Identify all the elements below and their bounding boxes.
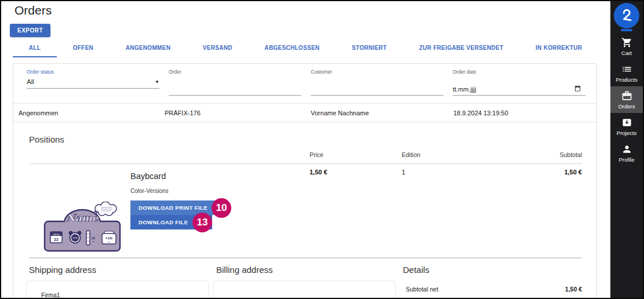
sidebar-item-cart[interactable]: Cart <box>610 33 643 60</box>
customer-filter: Customer <box>311 69 443 96</box>
annotation-badge-13: 13 <box>192 213 212 232</box>
divider <box>30 163 582 164</box>
artwork-length-unit: cm <box>92 240 95 243</box>
app-logo[interactable] <box>610 1 643 33</box>
orders-panel: Order status All ▼ Order Customer O <box>13 63 597 299</box>
subtotal-net-value: 1,50 € <box>565 286 582 293</box>
list-icon <box>621 64 632 75</box>
order-date-filter: Order date tt.mm.jjjj <box>453 69 585 96</box>
order-label: Order <box>169 69 301 75</box>
order-status-tabs: ALL OFFEN ANGENOMMEN VERSAND ABGESCHLOSS… <box>13 38 598 57</box>
chevron-down-icon: ▼ <box>155 79 159 85</box>
export-button[interactable]: EXPORT <box>10 24 50 37</box>
sidebar-item-label: Projects <box>617 130 636 136</box>
artwork-length: 52 <box>92 236 95 240</box>
order-row[interactable]: Angenommen PRÄFIX-176 Vorname Nachname 1… <box>13 104 596 122</box>
subtotal-net-label: Subtotal net <box>406 286 438 293</box>
artwork-name-text: Name <box>66 212 99 224</box>
artwork-day: 22 <box>54 238 59 242</box>
section-divider <box>30 257 582 258</box>
calendar-icon[interactable] <box>574 85 581 92</box>
nav-sidebar: Cart Products Orders Projects <box>610 1 643 298</box>
sidebar-item-label: Profile <box>619 156 635 163</box>
tab-zur-freigabe-versendet[interactable]: ZUR FREIGABE VERSENDET <box>403 38 519 57</box>
order-status-select[interactable]: All ▼ <box>27 78 159 89</box>
order-row-date: 18.9.2024 13:19:50 <box>453 110 508 116</box>
sidebar-item-products[interactable]: Products <box>610 60 643 86</box>
order-status-label: Order status <box>27 69 159 75</box>
person-icon <box>621 144 632 155</box>
logo-icon <box>614 3 639 28</box>
subtotal-net-row: Subtotal net 1,50 € <box>406 286 582 293</box>
position-price: 1,50 € <box>310 169 328 176</box>
tab-offen[interactable]: OFFEN <box>57 38 110 57</box>
sidebar-item-orders[interactable]: Orders <box>610 86 643 113</box>
cart-icon <box>621 37 632 48</box>
order-row-number: PRÄFIX-176 <box>165 110 201 116</box>
shipping-address-heading: Shipping address <box>29 265 96 275</box>
shipping-address-card: Firma1 <box>26 280 209 299</box>
order-input[interactable] <box>169 87 301 94</box>
archive-icon <box>621 117 632 128</box>
order-row-status: Angenommen <box>19 110 59 116</box>
customer-label: Customer <box>311 69 443 75</box>
annotation-badge-10: 10 <box>212 198 231 218</box>
sidebar-item-label: Products <box>616 76 638 83</box>
order-date-placeholder: tt.mm.jjjj <box>453 86 476 93</box>
main-content: Orders EXPORT ALL OFFEN ANGENOMMEN VERSA… <box>1 1 610 298</box>
billing-address-heading: Billing address <box>216 265 273 275</box>
product-name: Baybcard <box>130 172 166 181</box>
tab-storniert[interactable]: STORNIERT <box>336 38 403 57</box>
sidebar-item-projects[interactable]: Projects <box>610 113 643 140</box>
orders-page: Orders EXPORT ALL OFFEN ANGENOMMEN VERSA… <box>0 0 644 299</box>
logo-accent-bar <box>621 29 632 31</box>
artwork-weight-unit: g <box>108 240 110 243</box>
sidebar-item-profile[interactable]: Profile <box>610 140 643 166</box>
column-edition: Edition <box>402 151 420 158</box>
customer-input[interactable] <box>311 87 443 94</box>
order-status-value: All <box>27 78 34 85</box>
artwork-weight: 4.100 <box>105 237 112 240</box>
product-thumbnail-baybcard: Name 09/19 22 23:45 <box>43 202 122 253</box>
column-price: Price <box>310 151 323 158</box>
order-status-filter: Order status All ▼ <box>27 69 159 89</box>
sidebar-item-label: Orders <box>618 103 635 110</box>
billing-address-card <box>213 280 396 299</box>
order-filter: Order <box>169 69 301 96</box>
download-print-file-button[interactable]: DOWNLOAD PRINT FILE <box>130 200 221 215</box>
details-heading: Details <box>403 265 430 275</box>
order-row-customer: Vorname Nachname <box>311 110 369 116</box>
tab-in-korrektur[interactable]: IN KORREKTUR <box>519 38 598 57</box>
sidebar-item-label: Cart <box>621 50 632 56</box>
position-edition: 1 <box>402 169 405 176</box>
position-subtotal: 1,50 € <box>564 169 582 176</box>
tab-abgeschlossen[interactable]: ABGESCHLOSSEN <box>249 38 336 57</box>
tab-all[interactable]: ALL <box>13 38 57 57</box>
positions-heading: Positions <box>29 134 64 144</box>
product-variant: Color-Versions <box>130 188 169 194</box>
tab-versand[interactable]: VERSAND <box>187 38 249 57</box>
divider <box>13 122 596 122</box>
artwork-time: 23:45 <box>72 237 78 239</box>
tab-angenommen[interactable]: ANGENOMMEN <box>110 38 187 57</box>
artwork-date: 09/19 <box>53 233 60 236</box>
order-date-input[interactable]: tt.mm.jjjj <box>453 85 585 96</box>
page-title: Orders <box>14 3 52 17</box>
shipping-address-line: Firma1 <box>41 291 60 298</box>
column-subtotal: Subtotal <box>559 151 582 158</box>
order-date-label: Order date <box>453 69 585 75</box>
briefcase-icon <box>621 90 632 101</box>
